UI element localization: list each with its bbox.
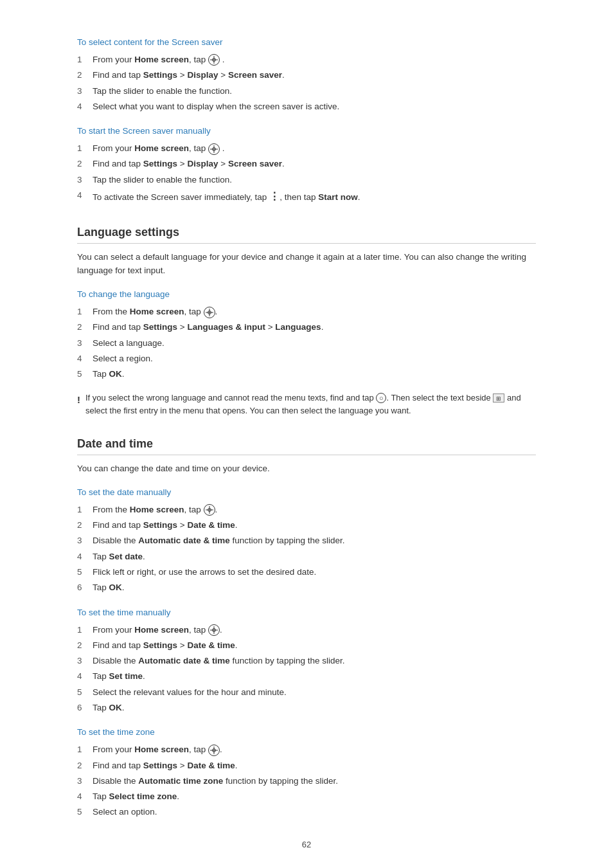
screen-saver-manual-section: To start the Screen saver manually From … xyxy=(77,126,536,206)
screen-saver-manual-title: To start the Screen saver manually xyxy=(77,126,536,136)
date-time-intro: You can change the date and time on your… xyxy=(77,462,536,476)
language-note: ! If you select the wrong language and c… xyxy=(77,392,536,419)
set-date-title: To set the date manually xyxy=(77,487,536,497)
step-item: From the Home screen, tap . xyxy=(77,502,536,518)
step-item: From your Home screen, tap . xyxy=(77,622,536,638)
apps-icon xyxy=(208,54,220,66)
step-item: Select a region. xyxy=(77,351,536,366)
apps-icon xyxy=(208,143,220,155)
note-text: If you select the wrong language and can… xyxy=(85,392,536,419)
apps-icon xyxy=(204,307,215,318)
step-item: Tap the slider to enable the function. xyxy=(77,84,536,99)
apps-icon xyxy=(208,624,220,636)
screen-saver-manual-steps: From your Home screen, tap . Find and ta… xyxy=(77,141,536,206)
step-item: Disable the Automatic date & time functi… xyxy=(77,533,536,548)
step-item: Tap OK. xyxy=(77,580,536,595)
step-item: From your Home screen, tap . xyxy=(77,742,536,757)
step-item: Tap Select time zone. xyxy=(77,789,536,804)
step-item: Disable the Automatic date & time functi… xyxy=(77,653,536,669)
apps-icon xyxy=(208,745,220,756)
change-language-title: To change the language xyxy=(77,289,536,299)
screen-saver-content-section: To select content for the Screen saver F… xyxy=(77,37,536,114)
set-timezone-steps: From your Home screen, tap . Find and ta… xyxy=(77,742,536,820)
change-language-steps: From the Home screen, tap . Find and tap… xyxy=(77,304,536,382)
step-item: Find and tap Settings > Display > Screen… xyxy=(77,156,536,172)
step-item: Find and tap Settings > Languages & inpu… xyxy=(77,320,536,335)
step-item: Tap Set time. xyxy=(77,669,536,684)
step-item: Select the relevant values for the hour … xyxy=(77,685,536,700)
step-item: Select what you want to display when the… xyxy=(77,99,536,114)
set-time-steps: From your Home screen, tap . Find and ta… xyxy=(77,622,536,716)
step-item: Tap OK. xyxy=(77,700,536,716)
screen-saver-content-steps: From your Home screen, tap . Find and ta… xyxy=(77,52,536,114)
step-item: Find and tap Settings > Date & time. xyxy=(77,758,536,773)
date-time-heading: Date and time xyxy=(77,437,536,455)
note-icon: ! xyxy=(77,392,80,408)
step-item: From your Home screen, tap . xyxy=(77,52,536,68)
language-settings-intro: You can select a default language for yo… xyxy=(77,250,536,278)
step-item: Find and tap Settings > Display > Screen… xyxy=(77,68,536,83)
step-item: Tap Set date. xyxy=(77,549,536,565)
apps-icon xyxy=(204,504,215,516)
set-date-steps: From the Home screen, tap . Find and tap… xyxy=(77,502,536,596)
step-item: To activate the Screen saver immediately… xyxy=(77,188,536,206)
language-settings-heading: Language settings xyxy=(77,226,536,244)
page-number: 62 xyxy=(77,840,536,849)
step-item: From your Home screen, tap . xyxy=(77,141,536,156)
step-item: Flick left or right, or use the arrows t… xyxy=(77,565,536,580)
set-time-title: To set the time manually xyxy=(77,608,536,617)
set-timezone-title: To set the time zone xyxy=(77,727,536,737)
step-item: Find and tap Settings > Date & time. xyxy=(77,518,536,533)
step-item: Tap the slider to enable the function. xyxy=(77,172,536,188)
date-time-section: Date and time You can change the date an… xyxy=(77,437,536,820)
screen-saver-content-title: To select content for the Screen saver xyxy=(77,37,536,47)
step-item: Select an option. xyxy=(77,804,536,820)
step-item: Disable the Automatic time zone function… xyxy=(77,773,536,789)
step-item: Find and tap Settings > Date & time. xyxy=(77,638,536,653)
step-item: Tap OK. xyxy=(77,366,536,382)
step-item: From the Home screen, tap . xyxy=(77,304,536,320)
language-settings-section: Language settings You can select a defau… xyxy=(77,226,536,418)
step-item: Select a language. xyxy=(77,336,536,351)
